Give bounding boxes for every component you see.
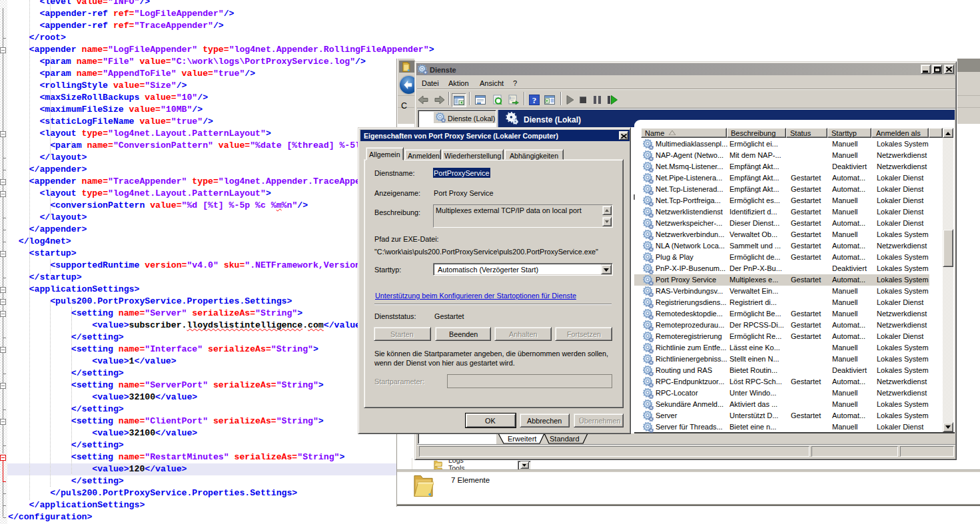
svg-text:?: ? (532, 95, 537, 105)
